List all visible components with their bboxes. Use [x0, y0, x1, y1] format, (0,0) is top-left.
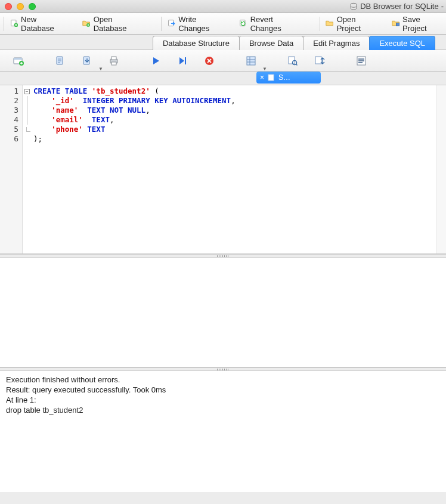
svg-rect-15: [185, 57, 186, 64]
file-icon: [268, 74, 275, 81]
svg-rect-17: [247, 57, 255, 65]
close-tab-icon[interactable]: ×: [260, 73, 264, 82]
log-line: At line 1:: [6, 395, 440, 405]
save-results-icon: [246, 55, 256, 66]
find-button[interactable]: [283, 53, 303, 69]
svg-rect-13: [112, 57, 116, 60]
find-replace-icon: [314, 55, 325, 66]
sql-log-button[interactable]: [351, 53, 371, 69]
fold-toggle-icon[interactable]: −: [24, 89, 30, 94]
results-pane[interactable]: [0, 258, 446, 367]
save-project-label: Save Project: [402, 15, 439, 33]
svg-rect-8: [14, 58, 22, 60]
window-title: DB Browser for SQLite -: [349, 2, 444, 11]
write-changes-icon: [168, 19, 175, 29]
tab-edit-pragmas[interactable]: Edit Pragmas: [303, 36, 370, 50]
fold-gutter: −: [23, 85, 31, 253]
write-changes-button[interactable]: Write Changes: [163, 13, 225, 35]
line-number-gutter: 1 2 3 4 5 6: [0, 85, 23, 253]
open-database-button[interactable]: Open Database: [78, 13, 143, 35]
svg-rect-4: [169, 20, 174, 26]
tab-execute-sql[interactable]: Execute SQL: [369, 36, 435, 50]
revert-changes-label: Revert Changes: [250, 15, 297, 33]
sql-tab-active[interactable]: × S…: [256, 72, 321, 84]
log-line: Execution finished without errors.: [6, 375, 440, 385]
save-file-icon: [82, 55, 92, 66]
revert-changes-button[interactable]: Revert Changes: [234, 13, 301, 35]
list-icon: [356, 55, 367, 66]
print-button[interactable]: [104, 53, 124, 69]
svg-rect-6: [396, 23, 399, 26]
open-database-label: Open Database: [94, 15, 138, 33]
save-results-button[interactable]: ▼: [241, 53, 261, 69]
open-file-icon: [55, 55, 66, 66]
play-icon: [150, 55, 161, 66]
sql-tab-label: S…: [278, 73, 290, 82]
titlebar[interactable]: DB Browser for SQLite -: [0, 0, 446, 13]
dropdown-arrow-icon[interactable]: ▼: [98, 66, 103, 72]
open-database-icon: [82, 19, 90, 29]
new-database-label: New Database: [21, 15, 63, 33]
print-icon: [109, 55, 119, 66]
play-line-icon: [177, 55, 188, 66]
new-database-icon: [10, 19, 18, 29]
svg-rect-18: [289, 57, 295, 64]
main-toolbar: New Database Open Database Write Changes…: [0, 13, 446, 35]
new-sql-tab-button[interactable]: [8, 53, 29, 69]
svg-rect-20: [315, 57, 321, 64]
new-tab-icon: [13, 55, 24, 66]
sql-file-tabs: × S…: [0, 72, 446, 85]
stop-button[interactable]: [199, 53, 219, 69]
save-sql-file-button[interactable]: ▼: [77, 53, 97, 69]
execute-line-button[interactable]: [172, 53, 193, 69]
window-close-button[interactable]: [5, 3, 12, 10]
dropdown-arrow-icon[interactable]: ▼: [262, 66, 267, 72]
window-zoom-button[interactable]: [29, 3, 36, 10]
sql-code-area[interactable]: CREATE TABLE 'tb_student2' ( '_id' INTEG…: [31, 85, 446, 253]
new-database-button[interactable]: New Database: [5, 13, 68, 35]
window-minimize-button[interactable]: [17, 3, 24, 10]
open-sql-file-button[interactable]: [50, 53, 70, 69]
database-icon: [349, 2, 358, 11]
log-line: Result: query executed successfully. Too…: [6, 385, 440, 395]
open-project-label: Open Project: [337, 15, 374, 33]
editor-scrollbar[interactable]: [436, 85, 446, 253]
main-tabs-row: Database Structure Browse Data Edit Prag…: [0, 35, 446, 50]
sql-editor[interactable]: 1 2 3 4 5 6 − CREATE TABLE 'tb_student2'…: [0, 85, 446, 254]
window-title-text: DB Browser for SQLite: [360, 2, 439, 11]
write-changes-label: Write Changes: [178, 15, 221, 33]
log-line: drop table tb_student2: [6, 405, 440, 415]
revert-changes-icon: [239, 19, 247, 29]
open-project-icon: [326, 19, 333, 29]
find-icon: [287, 55, 298, 66]
stop-icon: [204, 55, 215, 66]
tab-database-structure[interactable]: Database Structure: [153, 36, 240, 50]
open-project-button[interactable]: Open Project: [321, 13, 379, 35]
sql-toolbar: ▼ ▼: [0, 50, 446, 72]
execution-log[interactable]: Execution finished without errors. Resul…: [0, 371, 446, 492]
save-project-icon: [392, 19, 399, 29]
svg-rect-14: [112, 62, 116, 65]
save-project-button[interactable]: Save Project: [387, 13, 444, 35]
find-replace-button[interactable]: [309, 53, 330, 69]
execute-all-button[interactable]: [145, 53, 166, 69]
tab-browse-data[interactable]: Browse Data: [239, 36, 303, 50]
svg-rect-22: [268, 75, 274, 81]
